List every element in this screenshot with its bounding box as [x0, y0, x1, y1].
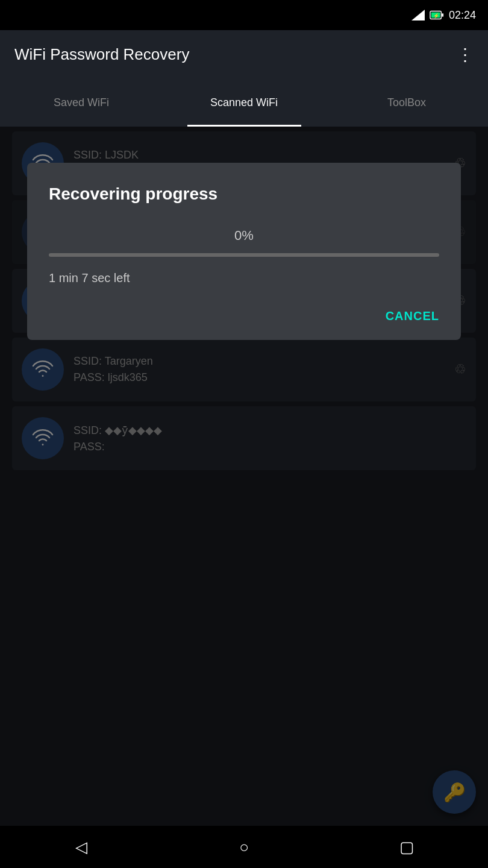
progress-bar-background	[49, 253, 439, 257]
status-icons: ⚡ 02:24	[411, 9, 476, 22]
tab-saved-wifi[interactable]: Saved WiFi	[0, 78, 163, 127]
app-bar: WiFi Password Recovery ⋮	[0, 30, 488, 78]
recovering-dialog: Recovering progress 0% 1 min 7 sec left …	[27, 163, 461, 340]
more-options-icon[interactable]: ⋮	[457, 45, 474, 64]
bottom-nav: ◁ ○ ▢	[0, 826, 488, 868]
svg-marker-0	[411, 10, 425, 20]
home-button[interactable]: ○	[226, 832, 262, 862]
tab-scanned-wifi[interactable]: Scanned WiFi	[163, 78, 325, 127]
dialog-actions: CANCEL	[49, 309, 439, 323]
tabs-container: Saved WiFi Scanned WiFi ToolBox	[0, 78, 488, 127]
dialog-title: Recovering progress	[49, 184, 439, 204]
status-time: 02:24	[449, 9, 476, 22]
back-button[interactable]: ◁	[63, 832, 99, 862]
time-left: 1 min 7 sec left	[49, 271, 439, 285]
dialog-overlay: Recovering progress 0% 1 min 7 sec left …	[0, 127, 488, 826]
svg-text:⚡: ⚡	[433, 13, 440, 19]
tab-toolbox[interactable]: ToolBox	[325, 78, 488, 127]
signal-icon	[411, 10, 425, 20]
recents-button[interactable]: ▢	[389, 832, 425, 862]
battery-icon: ⚡	[430, 10, 444, 20]
app-title: WiFi Password Recovery	[14, 45, 189, 64]
content-area: SSID: LJSDK PASS: ljsdk2015! ♲ SSID: LJS…	[0, 127, 488, 826]
progress-percent: 0%	[49, 228, 439, 244]
svg-rect-2	[442, 13, 443, 17]
cancel-button[interactable]: CANCEL	[386, 309, 439, 323]
status-bar: ⚡ 02:24	[0, 0, 488, 30]
